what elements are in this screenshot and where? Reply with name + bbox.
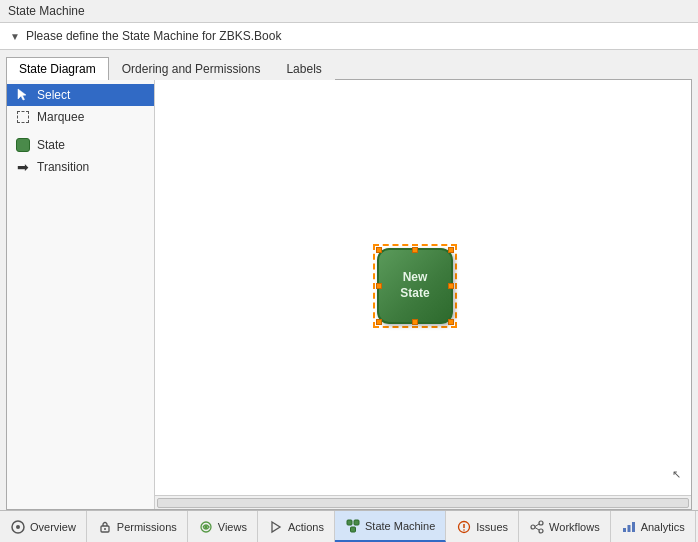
svg-rect-9 (354, 520, 359, 525)
handle-ml[interactable] (376, 283, 382, 289)
taskbar-views-label: Views (218, 521, 247, 533)
tool-select-label: Select (37, 88, 70, 102)
taskbar-permissions[interactable]: Permissions (87, 511, 188, 542)
handle-bl[interactable] (376, 319, 382, 325)
svg-point-6 (204, 525, 207, 528)
taskbar-analytics[interactable]: Analytics (611, 511, 696, 542)
issues-icon (456, 519, 472, 535)
state-node-label: New State (400, 270, 429, 301)
svg-point-4 (104, 528, 106, 530)
taskbar-overview-label: Overview (30, 521, 76, 533)
taskbar: Overview Permissions Views Actio (0, 510, 698, 542)
taskbar-actions[interactable]: Actions (258, 511, 335, 542)
svg-rect-8 (347, 520, 352, 525)
svg-line-17 (535, 524, 539, 527)
taskbar-overview[interactable]: Overview (0, 511, 87, 542)
tab-labels[interactable]: Labels (273, 57, 334, 80)
desc-arrow-icon: ▼ (10, 31, 20, 42)
tool-select[interactable]: Select (7, 84, 154, 106)
taskbar-actions-label: Actions (288, 521, 324, 533)
marquee-icon (15, 109, 31, 125)
main-content: State Diagram Ordering and Permissions L… (0, 50, 698, 510)
canvas-wrapper: New State ↖ (155, 80, 691, 509)
svg-marker-0 (18, 89, 26, 100)
state-machine-icon (345, 518, 361, 534)
views-icon (198, 519, 214, 535)
overview-icon (10, 519, 26, 535)
actions-icon (268, 519, 284, 535)
state-node-inner: New State (377, 248, 453, 324)
handle-bm[interactable] (412, 319, 418, 325)
svg-rect-21 (632, 522, 635, 532)
transition-icon: ➡ (15, 159, 31, 175)
horizontal-scrollbar[interactable] (155, 495, 691, 509)
tools-panel: Select Marquee State ➡ Transition (7, 80, 155, 509)
tool-transition-label: Transition (37, 160, 89, 174)
title-bar-label: State Machine (8, 4, 85, 18)
tool-state[interactable]: State (7, 134, 154, 156)
desc-bar: ▼ Please define the State Machine for ZB… (0, 23, 698, 50)
workflows-icon (529, 519, 545, 535)
title-bar: State Machine (0, 0, 698, 23)
cursor-indicator: ↖ (672, 468, 681, 481)
handle-mr[interactable] (448, 283, 454, 289)
handle-tr[interactable] (448, 247, 454, 253)
tab-bar: State Diagram Ordering and Permissions L… (6, 56, 692, 80)
svg-point-16 (539, 529, 543, 533)
state-icon (15, 137, 31, 153)
svg-line-18 (535, 527, 539, 530)
tab-state-diagram[interactable]: State Diagram (6, 57, 109, 80)
svg-rect-20 (627, 525, 630, 532)
taskbar-views[interactable]: Views (188, 511, 258, 542)
tool-marquee-label: Marquee (37, 110, 84, 124)
taskbar-analytics-label: Analytics (641, 521, 685, 533)
svg-rect-10 (350, 527, 355, 532)
tab-ordering-permissions[interactable]: Ordering and Permissions (109, 57, 274, 80)
tool-state-label: State (37, 138, 65, 152)
desc-text: Please define the State Machine for ZBKS… (26, 29, 281, 43)
tool-marquee[interactable]: Marquee (7, 106, 154, 128)
svg-rect-19 (623, 528, 626, 532)
svg-point-15 (539, 521, 543, 525)
state-node[interactable]: New State (377, 248, 453, 324)
handle-tm[interactable] (412, 247, 418, 253)
permissions-icon (97, 519, 113, 535)
scrollbar-track[interactable] (157, 498, 689, 508)
handle-tl[interactable] (376, 247, 382, 253)
svg-marker-7 (272, 522, 280, 532)
taskbar-issues-label: Issues (476, 521, 508, 533)
select-cursor-icon (15, 87, 31, 103)
taskbar-state-machine[interactable]: State Machine (335, 511, 446, 542)
tool-transition[interactable]: ➡ Transition (7, 156, 154, 178)
canvas-area[interactable]: New State ↖ (155, 80, 691, 495)
taskbar-state-machine-label: State Machine (365, 520, 435, 532)
handle-br[interactable] (448, 319, 454, 325)
svg-point-14 (531, 525, 535, 529)
svg-point-2 (16, 525, 20, 529)
taskbar-workflows[interactable]: Workflows (519, 511, 611, 542)
tab-content: Select Marquee State ➡ Transition (6, 80, 692, 510)
taskbar-issues[interactable]: Issues (446, 511, 519, 542)
analytics-icon (621, 519, 637, 535)
taskbar-workflows-label: Workflows (549, 521, 600, 533)
svg-point-13 (464, 529, 466, 531)
taskbar-permissions-label: Permissions (117, 521, 177, 533)
